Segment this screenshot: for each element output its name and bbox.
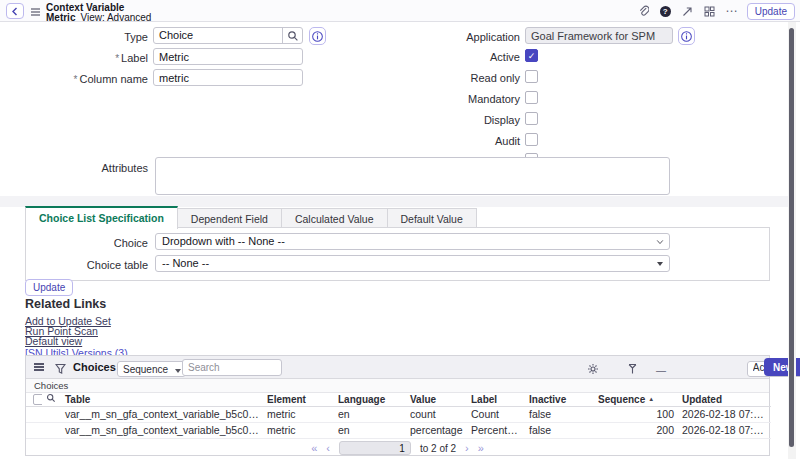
required-marker: * <box>115 53 119 64</box>
choice-select[interactable]: Dropdown with -- None -- <box>155 233 670 250</box>
read-only-label: Read only <box>400 72 520 84</box>
minimize-icon[interactable] <box>656 360 666 378</box>
type-lookup-button[interactable] <box>282 28 302 43</box>
search-icon <box>46 393 56 403</box>
chevron-left-icon <box>11 7 19 16</box>
attributes-textarea[interactable] <box>155 157 670 195</box>
cell-updated: 2026-02-18 07:36:12 <box>678 406 771 422</box>
column-name-input[interactable] <box>153 69 303 86</box>
scrollbar-thumb[interactable] <box>789 28 794 447</box>
column-header-value[interactable]: Value <box>406 393 467 406</box>
table-row: var__m_sn_gfa_context_variable_b5c0ee0f8… <box>26 422 771 438</box>
label-input[interactable] <box>153 48 303 65</box>
audit-checkbox[interactable] <box>525 133 538 146</box>
application-label: Application <box>400 31 520 43</box>
attributes-label: Attributes <box>18 162 148 174</box>
tab-default-value[interactable]: Default Value <box>388 208 477 229</box>
attachment-icon[interactable] <box>637 5 650 18</box>
record-subtitle: MetricView: Advanced <box>46 12 151 23</box>
form-tabs: Choice List Specification Dependent Fiel… <box>25 206 477 229</box>
cell-language: en <box>334 422 406 438</box>
read-only-checkbox[interactable] <box>525 70 538 83</box>
row-link[interactable]: var__m_sn_gfa_context_variable_b5c0ee0f8… <box>61 422 263 438</box>
first-page-icon[interactable]: « <box>311 443 317 454</box>
column-header-language[interactable]: Language <box>334 393 406 406</box>
cell-value: percentage <box>406 422 467 438</box>
update-button-header[interactable]: Update <box>747 3 795 20</box>
type-reference-field[interactable]: Choice <box>153 27 303 44</box>
pagination-range: to 2 of 2 <box>420 443 456 454</box>
audit-label: Audit <box>400 135 520 147</box>
type-value: Choice <box>154 28 282 43</box>
column-header-sequence[interactable]: Sequence▲ <box>594 393 678 406</box>
more-icon[interactable] <box>725 5 738 18</box>
column-header-element[interactable]: Element <box>263 393 334 406</box>
choice-label: Choice <box>18 237 148 249</box>
cell-inactive: false <box>525 406 594 422</box>
related-links-title: Related Links <box>25 297 106 311</box>
record-name: Metric <box>46 12 75 23</box>
cell-label: Count <box>467 406 525 422</box>
label-label: *Label <box>18 52 148 64</box>
page-number-input[interactable] <box>339 441 411 455</box>
form-context-menu-icon[interactable] <box>31 8 40 15</box>
scrollbar-track <box>788 22 796 459</box>
application-info-button[interactable] <box>678 27 695 45</box>
next-page-icon[interactable]: › <box>465 443 469 454</box>
column-header-table[interactable]: Table <box>61 393 263 406</box>
type-label: Type <box>18 31 148 43</box>
choices-list-title: Choices <box>73 361 116 373</box>
list-pagination: « ‹ to 2 of 2 › » <box>26 439 769 458</box>
cell-element: metric <box>263 422 334 438</box>
previous-page-icon[interactable]: ‹ <box>326 443 330 454</box>
list-menu-icon[interactable] <box>34 363 44 372</box>
active-checkbox[interactable] <box>525 49 538 62</box>
cell-inactive: false <box>525 422 594 438</box>
help-icon[interactable] <box>659 5 672 18</box>
list-sort-value: Sequence <box>123 364 168 375</box>
choice-table-select[interactable]: -- None -- <box>155 255 670 272</box>
filter-icon[interactable] <box>55 361 66 379</box>
cell-element: metric <box>263 406 334 422</box>
column-header-updated[interactable]: Updated <box>678 393 771 406</box>
list-search-input[interactable] <box>182 359 282 376</box>
choice-table-label: Choice table <box>18 259 148 271</box>
utils-grid-icon[interactable] <box>703 5 716 18</box>
cell-sequence: 100 <box>594 406 678 422</box>
cell-language: en <box>334 406 406 422</box>
cell-label: Percentage <box>467 422 525 438</box>
code-arrow-icon[interactable] <box>681 5 694 18</box>
column-search-toggle[interactable] <box>42 393 61 406</box>
choices-toolbar: Choices Sequence Actions on selected row… <box>26 356 769 379</box>
tab-dependent-field[interactable]: Dependent Field <box>178 208 282 229</box>
last-page-icon[interactable]: » <box>478 443 484 454</box>
column-header-inactive[interactable]: Inactive <box>525 393 594 406</box>
mandatory-label: Mandatory <box>400 93 520 105</box>
table-row: var__m_sn_gfa_context_variable_b5c0ee0f8… <box>26 406 771 422</box>
search-icon <box>287 30 299 42</box>
form-header-bar: Context Variable MetricView: Advanced Up… <box>0 0 800 22</box>
tab-choice-list-specification[interactable]: Choice List Specification <box>25 206 178 229</box>
chevron-down-icon <box>656 238 664 246</box>
type-info-button[interactable] <box>309 27 326 45</box>
display-checkbox[interactable] <box>525 112 538 125</box>
triangle-down-icon <box>175 369 181 373</box>
table-header-row: Table Element Language Value Label Inact… <box>26 393 771 406</box>
back-button[interactable] <box>6 3 24 19</box>
column-name-label: *Column name <box>18 73 148 85</box>
active-label: Active <box>400 51 520 63</box>
info-icon <box>680 30 693 43</box>
sort-ascending-icon: ▲ <box>648 396 654 402</box>
select-all-checkbox[interactable] <box>33 394 42 405</box>
row-link[interactable]: var__m_sn_gfa_context_variable_b5c0ee0f8… <box>61 406 263 422</box>
settings-gear-icon[interactable] <box>587 361 599 379</box>
funnel-icon[interactable] <box>627 361 638 379</box>
related-link-default-view[interactable]: Default view <box>25 335 82 347</box>
mandatory-checkbox[interactable] <box>525 91 538 104</box>
update-button-footer[interactable]: Update <box>25 279 73 296</box>
list-caption: Choices <box>26 379 769 393</box>
list-sort-select[interactable]: Sequence <box>117 361 186 377</box>
column-header-label[interactable]: Label <box>467 393 525 406</box>
required-marker: * <box>74 74 78 85</box>
tab-calculated-value[interactable]: Calculated Value <box>282 208 388 229</box>
